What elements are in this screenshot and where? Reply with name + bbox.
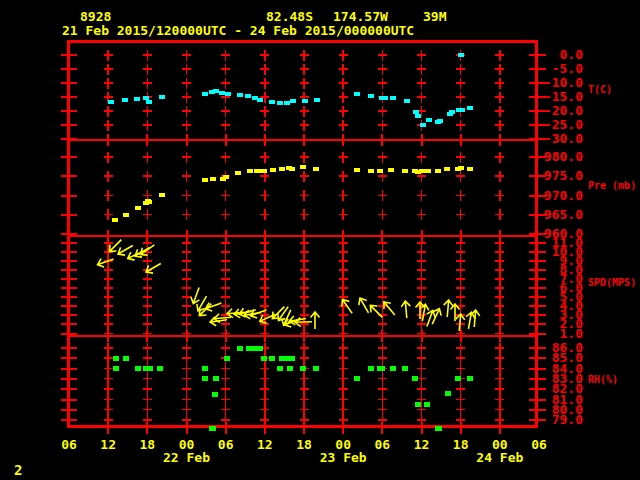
pressure-point — [425, 169, 431, 173]
grid-plus-v — [303, 171, 305, 182]
x-day-label: 22 Feb — [161, 450, 213, 465]
temp-point — [467, 106, 473, 110]
rh-point — [213, 376, 219, 381]
grid-plus-v — [147, 120, 149, 131]
temp-point — [277, 101, 283, 105]
axis-tick-left — [61, 54, 77, 56]
axis-tick-left — [61, 419, 77, 421]
grid-plus-v — [147, 106, 149, 117]
rh-point — [313, 366, 319, 371]
grid-plus-v — [225, 50, 227, 61]
wind-arrow — [463, 306, 487, 330]
grid-plus-v — [107, 190, 109, 201]
grid-column-tick — [460, 230, 462, 242]
grid-plus-v — [421, 78, 423, 89]
axis-tick-left — [61, 368, 77, 370]
grid-plus-v — [186, 106, 188, 117]
temp-point — [420, 123, 426, 127]
rh-point — [445, 391, 451, 396]
grid-plus-v — [264, 120, 266, 131]
grid-plus-v — [460, 209, 462, 220]
rh-point — [390, 366, 396, 371]
rh-point — [277, 366, 283, 371]
grid-plus-v — [147, 209, 149, 220]
grid-plus-v — [499, 152, 501, 163]
pressure-point — [300, 165, 306, 169]
grid-plus-v — [382, 78, 384, 89]
grid-column-tick — [225, 230, 227, 242]
axis-tick-left — [61, 233, 77, 235]
grid-plus-v — [460, 92, 462, 103]
axis-tick-left — [61, 242, 77, 244]
grid-plus-v — [107, 152, 109, 163]
grid-plus-v — [460, 64, 462, 75]
rh-point — [300, 366, 306, 371]
grid-column-tick — [499, 422, 501, 434]
grid-plus-v — [499, 64, 501, 75]
temp-point — [159, 95, 165, 99]
grid-plus-v — [303, 50, 305, 61]
temp-point — [404, 99, 410, 103]
grid-plus-v — [264, 78, 266, 89]
temp-point — [449, 110, 455, 114]
grid-plus-v — [342, 120, 344, 131]
temp-point — [134, 97, 140, 101]
panel-unit-label: RH(%) — [588, 374, 618, 385]
grid-plus-v — [342, 190, 344, 201]
grid-column-tick — [342, 330, 344, 342]
grid-plus-v — [421, 152, 423, 163]
grid-plus-v — [460, 78, 462, 89]
grid-plus-v — [382, 106, 384, 117]
pressure-point — [261, 169, 267, 173]
axis-tick-left — [61, 68, 77, 70]
grid-plus-v — [303, 152, 305, 163]
y-tick-label: 970.0 — [523, 189, 583, 202]
rh-point — [113, 366, 119, 371]
axis-tick-left — [61, 278, 77, 280]
rh-point — [424, 402, 430, 407]
temp-point — [458, 53, 464, 57]
grid-plus-v — [147, 152, 149, 163]
pressure-point — [388, 168, 394, 172]
rh-point — [412, 376, 418, 381]
temp-point — [368, 94, 374, 98]
y-tick-label: -15.0 — [523, 90, 583, 103]
grid-plus-v — [303, 120, 305, 131]
axis-tick-left — [61, 347, 77, 349]
pressure-point — [435, 169, 441, 173]
pressure-point — [313, 167, 319, 171]
grid-column-tick — [225, 134, 227, 146]
axis-tick-left — [61, 175, 77, 177]
grid-plus-v — [186, 92, 188, 103]
grid-plus-v — [382, 152, 384, 163]
rh-point — [379, 366, 385, 371]
temp-point — [225, 92, 231, 96]
grid-plus-v — [382, 209, 384, 220]
axis-tick-left — [61, 296, 77, 298]
x-day-label: 24 Feb — [474, 450, 526, 465]
grid-plus-v — [264, 152, 266, 163]
rh-point — [289, 356, 295, 361]
grid-plus-v — [499, 50, 501, 61]
x-hour-label: 18 — [447, 437, 475, 452]
rh-point — [147, 366, 153, 371]
grid-plus-v — [264, 64, 266, 75]
y-tick-label: 0.0 — [523, 48, 583, 61]
x-hour-label: 06 — [212, 437, 240, 452]
pressure-point — [146, 200, 152, 204]
temp-point — [290, 99, 296, 103]
y-tick-label: 980.0 — [523, 150, 583, 163]
y-tick-label: -30.0 — [523, 132, 583, 145]
axis-tick-left — [61, 333, 77, 335]
pressure-point — [210, 177, 216, 181]
grid-plus-v — [186, 171, 188, 182]
grid-plus-v — [186, 120, 188, 131]
grid-column-tick — [225, 422, 227, 434]
page-number: 2 — [14, 464, 22, 477]
panel-unit-label: SPD(MPS) — [588, 277, 636, 288]
axis-tick-left — [61, 96, 77, 98]
axis-tick-left — [61, 195, 77, 197]
axis-tick-left — [61, 110, 77, 112]
grid-column-tick — [381, 134, 383, 146]
temp-point — [108, 100, 114, 104]
